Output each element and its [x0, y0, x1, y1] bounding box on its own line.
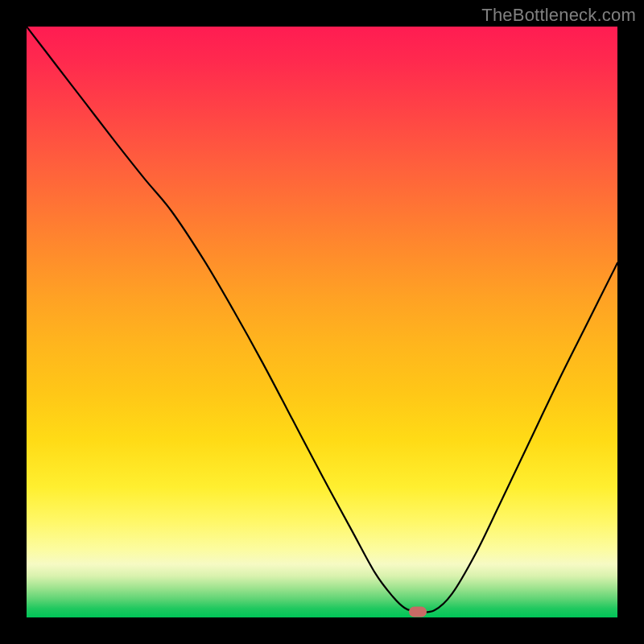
curve-layer — [27, 27, 617, 617]
watermark-text: TheBottleneck.com — [481, 5, 636, 26]
bottleneck-curve — [27, 27, 617, 612]
chart-frame: TheBottleneck.com — [0, 0, 644, 644]
minimum-pill-marker — [409, 606, 427, 617]
plot-area — [27, 27, 617, 617]
